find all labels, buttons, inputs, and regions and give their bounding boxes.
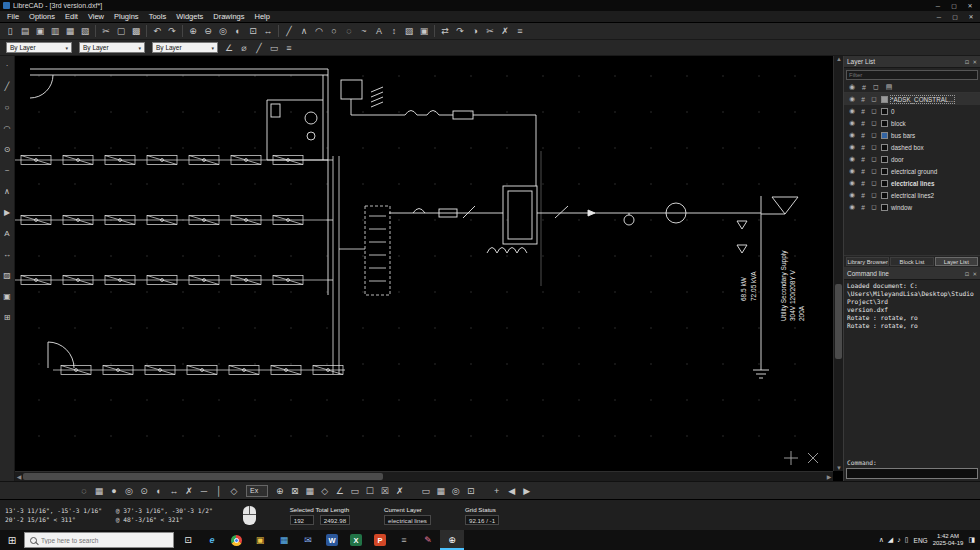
save-icon[interactable]: ▣ <box>33 24 47 38</box>
maximize-button[interactable]: ▢ <box>947 1 961 10</box>
draw-spline-icon[interactable]: ~ <box>357 24 371 38</box>
open-file-icon[interactable]: ▤ <box>18 24 32 38</box>
minimize-button[interactable]: ─ <box>931 1 945 10</box>
snap-intersection-icon[interactable]: ✗ <box>182 484 196 498</box>
tool-spline-icon[interactable]: ~ <box>1 164 14 177</box>
units-toggle-icon[interactable]: ◎ <box>449 484 463 498</box>
layer-row[interactable]: ◉#◻dashed box <box>844 141 980 153</box>
layer-row[interactable]: ◉#◻block <box>844 117 980 129</box>
construction-icon[interactable]: # <box>859 180 867 187</box>
search-input[interactable] <box>41 537 168 544</box>
taskbar-photos-icon[interactable]: ▦ <box>272 530 296 550</box>
construction-icon[interactable]: # <box>859 168 867 175</box>
restrict-vertical-icon[interactable]: │ <box>212 484 226 498</box>
layer-filter-input[interactable] <box>846 70 978 80</box>
add-toolbar-icon[interactable]: + <box>490 484 504 498</box>
lock-icon[interactable]: ◻ <box>870 119 878 127</box>
tool-point-icon[interactable]: · <box>1 59 14 72</box>
draw-line-icon[interactable]: ╱ <box>282 24 296 38</box>
draw-ellipse-icon[interactable]: ◌ <box>342 24 356 38</box>
layer-name[interactable]: door <box>891 156 904 163</box>
tool-text-icon[interactable]: A <box>1 227 14 240</box>
scroll-right-icon[interactable]: ▶ <box>825 473 833 480</box>
tool-ellipse-icon[interactable]: ⊙ <box>1 143 14 156</box>
visibility-icon[interactable]: ◉ <box>848 95 856 103</box>
zoom-pan-icon[interactable]: ↔ <box>261 24 275 38</box>
nav-previous-icon[interactable]: ◀ <box>505 484 519 498</box>
cad-drawing[interactable]: 68.5 kW 72.05 kVA Utility Secondary Supp… <box>15 56 833 471</box>
visibility-icon[interactable]: ◉ <box>848 191 856 199</box>
taskbar-chrome-icon[interactable] <box>224 530 248 550</box>
layer-color-swatch[interactable] <box>881 132 888 139</box>
layer-row[interactable]: ◉#◻electrical lines2 <box>844 189 980 201</box>
vertical-scroll-thumb[interactable] <box>835 284 842 359</box>
zoom-in-icon[interactable]: ⊕ <box>186 24 200 38</box>
copy-icon[interactable]: ▢ <box>114 24 128 38</box>
battery-icon[interactable]: ▯ <box>905 536 909 544</box>
lock-icon[interactable]: ◻ <box>870 143 878 151</box>
grid-settings-icon[interactable]: ▦ <box>434 484 448 498</box>
visibility-icon[interactable]: ◉ <box>848 179 856 187</box>
menu-view[interactable]: View <box>83 11 109 22</box>
taskbar-calculator-icon[interactable]: ≡ <box>392 530 416 550</box>
construction-icon[interactable]: # <box>859 132 867 139</box>
layer-name[interactable]: *ADSK_CONSTRAL... <box>891 96 954 103</box>
layer-color-swatch[interactable] <box>881 156 888 163</box>
snap-middle-icon[interactable]: ◐ <box>152 484 166 498</box>
taskbar-mail-icon[interactable]: ✉ <box>296 530 320 550</box>
action-center-icon[interactable]: ◨ <box>968 536 975 544</box>
layer-row[interactable]: ◉#◻electrical lines <box>844 177 980 189</box>
layer-color-swatch[interactable] <box>881 204 888 211</box>
construction-icon[interactable]: # <box>859 204 867 211</box>
construction-icon[interactable]: # <box>859 192 867 199</box>
layer-row[interactable]: ◉#◻window <box>844 201 980 213</box>
mdi-maximize-button[interactable]: ▢ <box>948 12 962 21</box>
clock[interactable]: 1:42 AM 2025-04-19 <box>933 533 964 547</box>
horizontal-scroll-thumb[interactable] <box>23 473 383 480</box>
canvas-area[interactable]: 68.5 kW 72.05 kVA Utility Secondary Supp… <box>15 56 843 481</box>
tool-hatch-icon[interactable]: ▨ <box>1 269 14 282</box>
layer-name[interactable]: electrical lines <box>891 180 934 187</box>
save-as-icon[interactable]: ▥ <box>48 24 62 38</box>
layer-color-swatch[interactable] <box>881 120 888 127</box>
lock-icon[interactable]: ◻ <box>870 203 878 211</box>
modify-trim-icon[interactable]: ✂ <box>483 24 497 38</box>
ex-mode-select[interactable]: Ex ▾ <box>246 485 268 497</box>
close-button[interactable]: ✕ <box>963 1 977 10</box>
lock-relative-zero-icon[interactable]: ⊠ <box>288 484 302 498</box>
dock-tab-layer-list[interactable]: Layer List <box>935 257 978 266</box>
select-window-icon[interactable]: ▭ <box>348 484 362 498</box>
modify-delete-icon[interactable]: ✗ <box>498 24 512 38</box>
visibility-icon[interactable]: ◉ <box>848 143 856 151</box>
toggle-grid-icon[interactable]: ▦ <box>303 484 317 498</box>
mdi-minimize-button[interactable]: ─ <box>932 12 946 21</box>
layer-color-swatch[interactable] <box>881 192 888 199</box>
dock-tab-library-browser[interactable]: Library Browser <box>846 257 889 266</box>
modify-mirror-icon[interactable]: ◑ <box>468 24 482 38</box>
zoom-out-icon[interactable]: ⊖ <box>201 24 215 38</box>
taskbar-file-explorer-icon[interactable]: ▣ <box>248 530 272 550</box>
taskbar-powerpoint-icon[interactable]: P <box>368 530 392 550</box>
layer-row[interactable]: ◉#◻electrical ground <box>844 165 980 177</box>
tool-polyline-icon[interactable]: ∧ <box>1 185 14 198</box>
modify-move-icon[interactable]: ⇄ <box>438 24 452 38</box>
zoom-auto-icon[interactable]: ◎ <box>216 24 230 38</box>
snap-center-icon[interactable]: ⊙ <box>137 484 151 498</box>
rect-attr-icon[interactable]: ▭ <box>267 41 281 55</box>
nav-next-icon[interactable]: ▶ <box>520 484 534 498</box>
visibility-icon[interactable]: ◉ <box>848 131 856 139</box>
tool-line-icon[interactable]: ╱ <box>1 80 14 93</box>
layer-row[interactable]: ◉#◻door <box>844 153 980 165</box>
menu-help[interactable]: Help <box>250 11 275 22</box>
list-attr-icon[interactable]: ≡ <box>282 41 296 55</box>
layer-color-swatch[interactable] <box>881 168 888 175</box>
scroll-left-icon[interactable]: ◀ <box>15 473 23 480</box>
taskbar-task-view-icon[interactable]: ⊡ <box>176 530 200 550</box>
visibility-icon[interactable]: ◉ <box>848 155 856 163</box>
draw-arc-icon[interactable]: ◠ <box>312 24 326 38</box>
insert-image-icon[interactable]: ▣ <box>417 24 431 38</box>
tool-block-icon[interactable]: ⊞ <box>1 311 14 324</box>
network-icon[interactable]: ◢ <box>888 536 893 544</box>
taskbar-librecad-icon[interactable]: ⊕ <box>440 530 464 550</box>
dock-tab-block-list[interactable]: Block List <box>890 257 933 266</box>
